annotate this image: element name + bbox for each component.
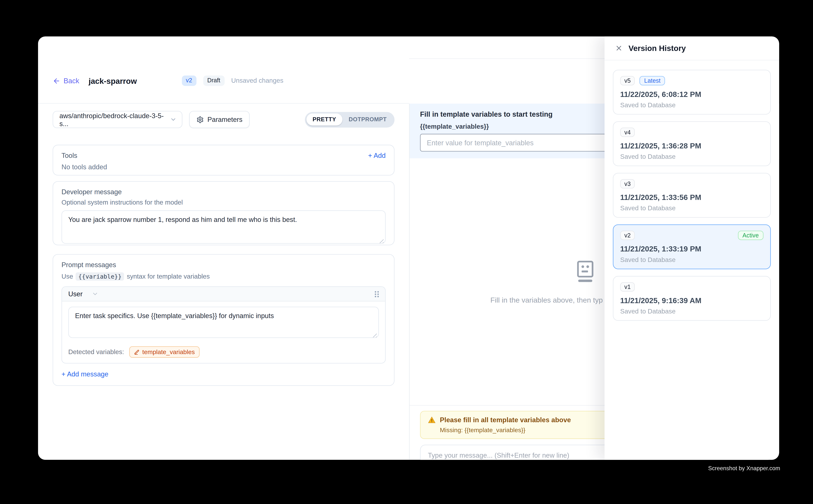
version-history-panel: Version History v5 Latest 11/22/2025, 6:… <box>604 36 779 460</box>
drag-handle-icon[interactable] <box>374 290 380 297</box>
watermark-text: Screenshot by Xnapper.com <box>691 465 780 471</box>
tools-card: Tools + Add No tools added <box>53 145 394 175</box>
role-select-value: User <box>68 290 82 298</box>
version-id-badge: v5 <box>620 76 635 85</box>
developer-message-textarea[interactable]: You are jack sparrow number 1, respond a… <box>61 210 386 244</box>
detected-variables-label: Detected variables: <box>68 348 124 356</box>
prompt-messages-card: Prompt messages Use {{variable}} syntax … <box>53 254 394 386</box>
unsaved-changes-text: Unsaved changes <box>231 77 283 84</box>
prompt-editor-panel: Back jack-sparrow v2 Draft Unsaved chang… <box>38 58 409 460</box>
version-timestamp: 11/22/2025, 6:08:12 PM <box>620 90 764 98</box>
parameters-label: Parameters <box>208 116 243 123</box>
prompt-message-block: User Enter task specifics. U <box>61 286 386 363</box>
version-list: v5 Latest 11/22/2025, 6:08:12 PM Saved t… <box>604 60 779 330</box>
user-message-textarea[interactable]: Enter task specifics. Use {{template_var… <box>68 307 379 338</box>
version-saved-text: Saved to Database <box>620 308 764 315</box>
draft-badge: Draft <box>203 76 224 86</box>
message-header: User <box>62 287 385 301</box>
version-saved-text: Saved to Database <box>620 256 764 263</box>
version-id-badge: v3 <box>620 179 635 188</box>
version-history-header: Version History <box>604 36 779 60</box>
add-tool-button[interactable]: + Add <box>368 152 386 159</box>
format-toggle: PRETTY DOTPROMPT <box>305 112 394 127</box>
editor-body: aws/anthropic/bedrock-claude-3-5-s... Pa… <box>38 104 409 386</box>
bot-icon <box>574 260 596 286</box>
back-label: Back <box>64 77 79 85</box>
latest-badge: Latest <box>640 76 665 85</box>
syntax-hint: Use {{variable}} syntax for template var… <box>61 272 386 281</box>
version-id-badge: v1 <box>620 282 635 292</box>
arrow-left-icon <box>53 77 60 85</box>
version-badge: v2 <box>181 76 196 86</box>
template-variable-chip[interactable]: template_variables <box>129 346 199 358</box>
version-timestamp: 11/21/2025, 1:33:56 PM <box>620 193 764 201</box>
chat-empty-text: Fill in the variables above, then typ <box>490 296 603 304</box>
version-history-title: Version History <box>629 44 686 53</box>
version-card-v2-active[interactable]: v2 Active 11/21/2025, 1:33:19 PM Saved t… <box>613 224 771 269</box>
model-toolbar: aws/anthropic/bedrock-claude-3-5-s... Pa… <box>53 111 394 128</box>
toggle-pretty[interactable]: PRETTY <box>306 114 342 125</box>
model-select-value: aws/anthropic/bedrock-claude-3-5-s... <box>59 112 170 127</box>
gear-icon <box>196 116 204 123</box>
version-timestamp: 11/21/2025, 1:33:19 PM <box>620 245 764 253</box>
version-card-v3[interactable]: v3 11/21/2025, 1:33:56 PM Saved to Datab… <box>613 173 771 218</box>
version-card-v5[interactable]: v5 Latest 11/22/2025, 6:08:12 PM Saved t… <box>613 70 771 115</box>
warning-icon <box>428 416 436 424</box>
chevron-down-icon <box>170 116 176 123</box>
pencil-icon <box>134 349 140 355</box>
version-card-v4[interactable]: v4 11/21/2025, 1:36:28 PM Saved to Datab… <box>613 121 771 166</box>
version-timestamp: 11/21/2025, 9:16:39 AM <box>620 296 764 305</box>
developer-message-title: Developer message <box>61 188 386 196</box>
version-saved-text: Saved to Database <box>620 102 764 109</box>
role-select[interactable]: User <box>68 290 99 298</box>
model-controls: aws/anthropic/bedrock-claude-3-5-s... Pa… <box>53 111 250 128</box>
page-title: jack-sparrow <box>89 76 137 85</box>
app-window: Back jack-sparrow v2 Draft Unsaved chang… <box>38 36 779 460</box>
version-saved-text: Saved to Database <box>620 205 764 212</box>
prompt-messages-title: Prompt messages <box>61 261 386 269</box>
tools-title: Tools <box>61 152 77 159</box>
version-saved-text: Saved to Database <box>620 153 764 160</box>
add-message-button[interactable]: + Add message <box>61 370 386 378</box>
tools-empty-text: No tools added <box>61 163 386 171</box>
toggle-dotprompt[interactable]: DOTPROMPT <box>342 114 393 125</box>
screenshot-stage: Back jack-sparrow v2 Draft Unsaved chang… <box>0 0 813 504</box>
version-id-badge: v4 <box>620 128 635 137</box>
version-timestamp: 11/21/2025, 1:36:28 PM <box>620 142 764 150</box>
detected-variables-row: Detected variables: template_variables <box>62 344 385 363</box>
developer-message-card: Developer message Optional system instru… <box>53 181 394 245</box>
active-badge: Active <box>738 231 764 240</box>
parameters-button[interactable]: Parameters <box>189 111 250 128</box>
model-select[interactable]: aws/anthropic/bedrock-claude-3-5-s... <box>53 111 182 128</box>
developer-message-subtitle: Optional system instructions for the mod… <box>61 199 386 206</box>
version-id-badge: v2 <box>620 231 635 240</box>
back-button[interactable]: Back <box>53 77 79 85</box>
version-card-v1[interactable]: v1 11/21/2025, 9:16:39 AM Saved to Datab… <box>613 276 771 321</box>
page-header: Back jack-sparrow v2 Draft Unsaved chang… <box>38 58 409 104</box>
status-badges: v2 Draft Unsaved changes <box>181 76 283 86</box>
chevron-down-icon <box>92 291 99 297</box>
close-icon[interactable] <box>615 44 623 52</box>
warning-title: Please fill in all template variables ab… <box>440 416 571 424</box>
variable-syntax-chip: {{variable}} <box>76 272 124 281</box>
